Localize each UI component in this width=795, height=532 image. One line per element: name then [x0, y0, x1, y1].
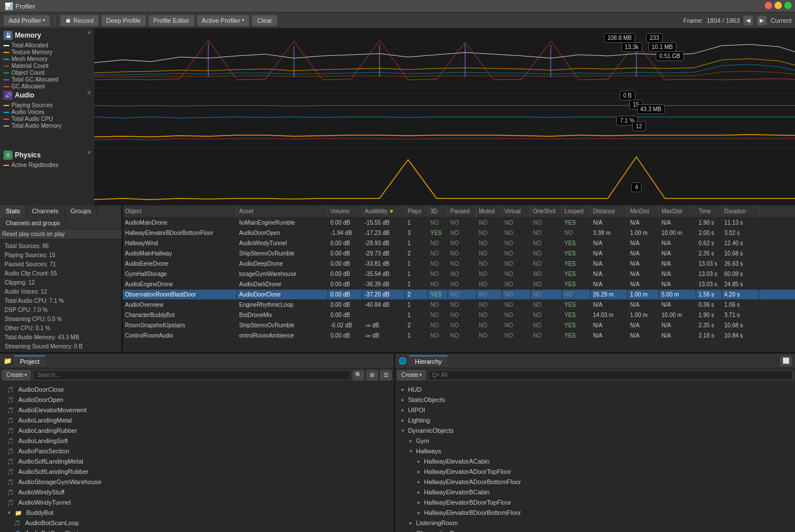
hierarchy-list-item[interactable]: ► UIPOI [395, 405, 795, 415]
hierarchy-list-item[interactable]: ► HallwayElevatorBCabin [395, 487, 795, 497]
table-row[interactable]: AudioMainHallwayShipStereoOcRumble0.00 d… [123, 249, 795, 259]
memory-chart-area[interactable]: 108.8 MB 233 13.3k 10.1 MB 0.51 GB [94, 29, 795, 88]
col-header-muted[interactable]: Muted [477, 205, 502, 217]
table-row[interactable]: HallwayWindAudioWindyTunnel0.00 dB-28.93… [123, 238, 795, 249]
item-label: AudioStorageGymWarehouse [18, 478, 102, 485]
hierarchy-list-item[interactable]: ► HallwayElevatorADoorTopFloor [395, 466, 795, 477]
hierarchy-list-item[interactable]: ► HallwayElevatorADoorBottomFloor [395, 477, 795, 487]
col-header-distance[interactable]: Distance [591, 205, 628, 217]
col-header-audibility[interactable]: Audibility ▼ [362, 205, 405, 217]
record-button[interactable]: ⏺ Record [60, 15, 99, 26]
hierarchy-list-item[interactable]: ▼ Hallways [395, 446, 795, 456]
project-search-icon-btn[interactable]: 🔍 [353, 370, 364, 380]
col-header-3d[interactable]: 3D [428, 205, 448, 217]
project-list-item[interactable]: 🎵 AudioWindyStuff [0, 487, 394, 497]
table-row[interactable]: AudioOverviewEngineRhythmicLoop0.00 dB-4… [123, 300, 795, 310]
project-list-item[interactable]: 🎵 AudioDoorClose [0, 384, 394, 395]
profile-editor-button[interactable]: Profile Editor [148, 15, 195, 26]
col-header-plays[interactable]: Plays [405, 205, 428, 217]
table-row[interactable]: HallwayElevatorBDoorBottomFloorAudioDoor… [123, 228, 795, 238]
hierarchy-content[interactable]: ► HUD ► StaticObjects ► UIPOI ► Lighting… [395, 382, 795, 532]
audio-chart-area[interactable]: 0 B 15 43.3 MB 7.1 % 12 [94, 88, 795, 148]
hierarchy-list-item[interactable]: ► Gym [395, 436, 795, 446]
stat-item: Paused Sources: 71 [3, 260, 118, 269]
physics-close-btn[interactable]: ✕ [87, 149, 91, 156]
tab-channels[interactable]: Channels [26, 205, 64, 218]
hierarchy-list-item[interactable]: ► HallwayElevatorBDoorBottomFloor [395, 507, 795, 518]
project-list-item[interactable]: 🎵 AudioLandingMetal [0, 415, 394, 425]
project-list-item[interactable]: 🎵 AudioLandingRubber [0, 425, 394, 436]
col-header-virtual[interactable]: Virtual [502, 205, 531, 217]
cell-maxdist: N/A [659, 259, 696, 269]
project-list-item[interactable]: ▼ 📁 BuddyBot [0, 507, 394, 518]
cell-virtual: NO [502, 238, 531, 248]
tab-stats[interactable]: Stats [0, 205, 26, 218]
audio-close-btn[interactable]: ✕ [87, 90, 91, 96]
table-row[interactable]: ControlRoomAudioontrolRoomAmbience0.00 d… [123, 331, 795, 341]
col-header-paused[interactable]: Paused [448, 205, 477, 217]
hierarchy-list-item[interactable]: ▼ DynamicObjects [395, 425, 795, 436]
col-header-maxdist[interactable]: MaxDist [659, 205, 696, 217]
memory-panel-row: ✕ 💾 Memory Total AllocatedTexture Memory… [0, 29, 795, 88]
project-view-icon-btn[interactable]: ☰ [380, 370, 392, 380]
hierarchy-list-item[interactable]: ► HallwayElevatorBDoorTopFloor [395, 497, 795, 507]
deep-profile-button[interactable]: Deep Profile [101, 15, 146, 26]
project-list-item[interactable]: 🎵 AudioBotScanStart [0, 528, 394, 532]
hierarchy-list-item[interactable]: ► HallwayElevatorACabin [395, 456, 795, 466]
add-profiler-button[interactable]: Add Profiler ▾ [3, 15, 50, 26]
tab-channels-groups[interactable]: Channels and groups [0, 218, 66, 229]
table-row[interactable]: AudioEerieDroneAudioDeepDrone0.00 dB-33.… [123, 259, 795, 269]
clear-button[interactable]: Clear [252, 15, 277, 26]
hierarchy-tab[interactable]: Hierarchy [409, 355, 447, 367]
active-profiler-button[interactable]: Active Profiler ▾ [197, 15, 250, 26]
tab-groups[interactable]: Groups [65, 205, 98, 218]
project-list-item[interactable]: 🎵 AudioPassSection [0, 446, 394, 456]
frame-prev-button[interactable]: ◀ [743, 15, 753, 26]
table-row[interactable]: GymHallStoragetorageGymWarehouse0.00 dB-… [123, 269, 795, 279]
stat-item: Playing Sources: 15 [3, 251, 118, 260]
project-list-item[interactable]: 🎵 AudioStorageGymWarehouse [0, 477, 394, 487]
close-btn[interactable] [765, 2, 772, 9]
col-header-time[interactable]: Time [696, 205, 722, 217]
col-header-asset[interactable]: Asset [237, 205, 328, 217]
project-list-item[interactable]: 🎵 AudioSoftLandingMetal [0, 456, 394, 466]
hierarchy-maximize-icon-btn[interactable]: ⬜ [780, 356, 792, 366]
item-label: BuddyBot [26, 509, 54, 516]
minimize-btn[interactable] [774, 2, 782, 9]
col-header-mindist[interactable]: MinDist [628, 205, 659, 217]
maximize-btn[interactable] [784, 2, 792, 9]
table-row[interactable]: AudioEngineDroneAudioDarkDrone0.00 dB-36… [123, 279, 795, 290]
table-row[interactable]: ObservationRoomBlastDoorAudioDoorClose0.… [123, 290, 795, 300]
memory-close-btn[interactable]: ✕ [87, 30, 91, 36]
col-header-oneshot[interactable]: OneShot [531, 205, 562, 217]
project-list-item[interactable]: 🎵 AudioWindyTunnel [0, 497, 394, 507]
table-row[interactable]: RoomSnapshotUpstairsShipStereoOcRumble-6… [123, 320, 795, 331]
project-tab[interactable]: Project [14, 355, 45, 367]
frame-next-button[interactable]: ▶ [757, 15, 767, 26]
col-header-looped[interactable]: Looped [562, 205, 591, 217]
project-content[interactable]: 🎵 AudioDoorClose 🎵 AudioDoorOpen 🎵 Audio… [0, 382, 394, 532]
hierarchy-list-item[interactable]: ▼ ObservationRoom [395, 528, 795, 532]
project-create-button[interactable]: Create ▾ [2, 370, 31, 380]
table-row[interactable]: AudioMainDroneIioMainEngineRumble0.00 dB… [123, 218, 795, 228]
project-list-item[interactable]: 🎵 AudioElevatorMovement [0, 405, 394, 415]
hierarchy-list-item[interactable]: ► HUD [395, 384, 795, 395]
project-search-input[interactable] [33, 370, 350, 380]
project-list-item[interactable]: 🎵 AudioLandingSoft [0, 436, 394, 446]
col-header-object[interactable]: Object [123, 205, 237, 217]
project-list-item[interactable]: 🎵 AudioDoorOpen [0, 395, 394, 405]
hierarchy-list-item[interactable]: ► Lighting [395, 415, 795, 425]
hierarchy-create-button[interactable]: Create ▾ [397, 370, 426, 380]
hierarchy-search-input[interactable] [428, 370, 793, 380]
table-row[interactable]: CharacterBuddyBotBotDroneMix0.00 dB1NONO… [123, 310, 795, 320]
col-header-volume[interactable]: Volume [328, 205, 362, 217]
physics-chart-area[interactable]: 4 [94, 148, 795, 205]
col-header-duration[interactable]: Duration [722, 205, 759, 217]
project-list-item[interactable]: 🎵 AudioBotScanLoop [0, 518, 394, 528]
cell-oneshot: NO [531, 259, 562, 269]
reset-play-count-button[interactable]: Reset play count on play [0, 229, 122, 239]
hierarchy-list-item[interactable]: ► StaticObjects [395, 395, 795, 405]
project-list-item[interactable]: 🎵 AudioSoftLandingRubber [0, 466, 394, 477]
project-filter-icon-btn[interactable]: ⊞ [366, 370, 378, 380]
hierarchy-list-item[interactable]: ► ListeningRoom [395, 518, 795, 528]
